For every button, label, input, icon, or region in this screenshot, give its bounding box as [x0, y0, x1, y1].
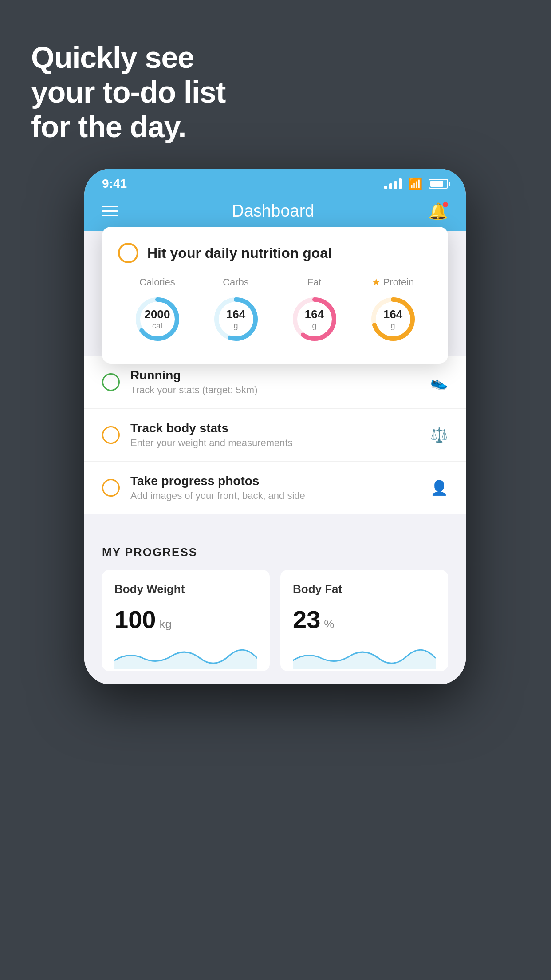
donut-chart: 164 g [209, 292, 263, 346]
notification-dot [443, 202, 448, 207]
todo-item[interactable]: Track body stats Enter your weight and m… [84, 409, 466, 462]
spacer [84, 514, 466, 537]
donut-center: 164 g [305, 308, 324, 331]
hero-line1: Quickly see [31, 40, 225, 75]
notification-bell[interactable]: 🔔 [428, 202, 448, 221]
nutrition-row: Calories 2000 cal Carbs 164 g Fat [118, 277, 432, 346]
todo-title: Running [130, 368, 420, 383]
nutrition-card: Hit your daily nutrition goal Calories 2… [102, 227, 448, 364]
progress-unit: kg [159, 617, 171, 631]
phone-frame: 9:41 📶 Dashboard 🔔 [84, 169, 466, 684]
donut-unit: g [383, 321, 402, 331]
progress-card[interactable]: Body Weight 100 kg [102, 570, 270, 671]
donut-center: 164 g [383, 308, 402, 331]
todo-circle [102, 426, 120, 444]
todo-action-icon: 👟 [430, 374, 448, 391]
card-title-row: Hit your daily nutrition goal [118, 243, 432, 263]
nutrition-label: Protein [383, 277, 414, 288]
progress-sparkline [114, 643, 257, 669]
status-bar: 9:41 📶 [84, 169, 466, 194]
hero-line3: for the day. [31, 109, 225, 144]
nutrition-label: Carbs [223, 277, 249, 288]
app-body: THINGS TO DO TODAY Hit your daily nutrit… [84, 231, 466, 684]
progress-card-title: Body Weight [114, 582, 257, 596]
progress-header: MY PROGRESS [102, 545, 448, 559]
nutrition-item-protein: ★Protein 164 g [366, 277, 420, 346]
hamburger-menu[interactable] [102, 206, 118, 216]
battery-icon [429, 179, 448, 189]
donut-value: 164 [383, 308, 402, 321]
todo-subtitle: Track your stats (target: 5km) [130, 384, 420, 396]
donut-value: 2000 [145, 308, 170, 321]
time-display: 9:41 [102, 177, 127, 191]
nutrition-card-title: Hit your daily nutrition goal [147, 245, 332, 261]
donut-chart: 2000 cal [131, 292, 184, 346]
status-icons: 📶 [384, 177, 448, 191]
donut-unit: cal [145, 321, 170, 331]
todo-subtitle: Enter your weight and measurements [130, 437, 420, 449]
donut-center: 2000 cal [145, 308, 170, 331]
todo-title: Take progress photos [130, 474, 420, 488]
progress-card-title: Body Fat [293, 582, 436, 596]
donut-value: 164 [305, 308, 324, 321]
progress-section: MY PROGRESS Body Weight 100 kg Body Fat … [84, 537, 466, 684]
wifi-icon: 📶 [408, 177, 422, 191]
todo-item[interactable]: Take progress photos Add images of your … [84, 462, 466, 514]
nutrition-item-carbs: Carbs 164 g [209, 277, 263, 346]
todo-item[interactable]: Running Track your stats (target: 5km) 👟 [84, 356, 466, 409]
nutrition-item-calories: Calories 2000 cal [131, 277, 184, 346]
todo-action-icon: ⚖️ [430, 427, 448, 443]
progress-value: 100 [114, 605, 156, 634]
todo-text: Running Track your stats (target: 5km) [130, 368, 420, 396]
todo-title: Track body stats [130, 421, 420, 435]
progress-value-row: 100 kg [114, 605, 257, 634]
hero-line2: your to-do list [31, 75, 225, 109]
todo-list: Running Track your stats (target: 5km) 👟… [84, 356, 466, 514]
donut-chart: 164 g [288, 292, 341, 346]
page-background: Quickly see your to-do list for the day.… [0, 0, 551, 980]
todo-circle [102, 373, 120, 391]
donut-unit: g [226, 321, 245, 331]
todo-text: Track body stats Enter your weight and m… [130, 421, 420, 449]
progress-value: 23 [293, 605, 320, 634]
donut-unit: g [305, 321, 324, 331]
progress-card[interactable]: Body Fat 23 % [280, 570, 448, 671]
progress-value-row: 23 % [293, 605, 436, 634]
todo-circle [102, 479, 120, 497]
todo-action-icon: 👤 [430, 479, 448, 496]
nutrition-check-circle[interactable] [118, 243, 138, 263]
progress-sparkline [293, 643, 436, 669]
progress-cards: Body Weight 100 kg Body Fat 23 % [102, 570, 448, 671]
nav-title: Dashboard [232, 202, 315, 221]
nutrition-label: Fat [307, 277, 322, 288]
hero-text: Quickly see your to-do list for the day. [31, 40, 225, 144]
progress-unit: % [324, 617, 334, 631]
donut-center: 164 g [226, 308, 245, 331]
donut-chart: 164 g [366, 292, 420, 346]
todo-subtitle: Add images of your front, back, and side [130, 490, 420, 502]
nutrition-label: Calories [139, 277, 175, 288]
todo-text: Take progress photos Add images of your … [130, 474, 420, 502]
nav-bar: Dashboard 🔔 [84, 194, 466, 231]
signal-icon [384, 178, 402, 189]
nutrition-item-fat: Fat 164 g [288, 277, 341, 346]
donut-value: 164 [226, 308, 245, 321]
star-icon: ★ [372, 277, 381, 288]
